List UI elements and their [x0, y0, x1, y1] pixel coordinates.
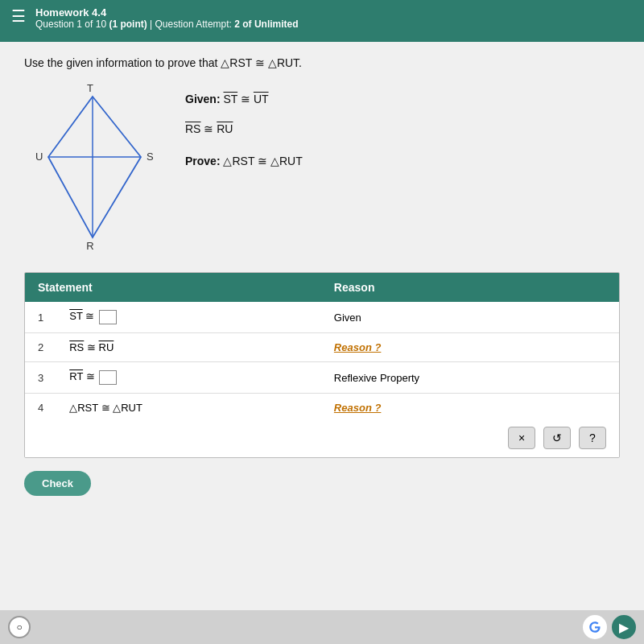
statement-header: Statement: [25, 273, 321, 302]
question-meta: Question 1 of 10 (1 point) | Question At…: [35, 19, 299, 30]
attempt-count: 2 of Unlimited: [234, 19, 298, 30]
check-button[interactable]: Check: [24, 471, 91, 496]
taskbar-circle-icon[interactable]: ○: [8, 616, 31, 638]
svg-text:T: T: [87, 82, 93, 94]
undo-button[interactable]: ↺: [543, 427, 571, 449]
reason-3: Reflexive Property: [321, 362, 619, 394]
table-row: 3 RT ≅ Reflexive Property: [25, 362, 619, 394]
row-num-1: 1: [25, 302, 56, 333]
help-button[interactable]: ?: [579, 427, 606, 449]
forward-arrow-icon[interactable]: ▶: [612, 615, 636, 639]
homework-title: Homework 4.4: [35, 6, 299, 19]
hamburger-icon[interactable]: ☰: [11, 8, 26, 24]
statement-1: ST ≅: [56, 302, 321, 333]
proof-table-container: Statement Reason 1 ST ≅ Given 2: [24, 272, 620, 458]
input-box-3[interactable]: [99, 370, 117, 385]
statement-2: RS ≅ RU: [56, 333, 321, 362]
kite-diagram: T S R U: [24, 80, 161, 258]
svg-marker-0: [48, 97, 141, 237]
point-value: (1 point): [109, 19, 147, 30]
diagram-given-row: T S R U Given: ST ≅ UT RS ≅ RU Prove: △R…: [24, 80, 620, 258]
proof-table: Statement Reason 1 ST ≅ Given 2: [25, 273, 619, 422]
svg-text:U: U: [35, 151, 43, 163]
row-num-3: 3: [25, 362, 56, 394]
taskbar: ○ ▶: [0, 610, 644, 644]
main-content: Use the given information to prove that …: [0, 42, 644, 610]
row-num-2: 2: [25, 333, 56, 362]
question-count: Question 1 of 10: [35, 19, 109, 30]
reason-link-4[interactable]: Reason ?: [334, 402, 382, 414]
statement-3: RT ≅: [56, 362, 321, 394]
taskbar-right: ▶: [583, 615, 636, 639]
google-icon[interactable]: [583, 615, 607, 639]
row-num-4: 4: [25, 394, 56, 423]
given-line2: RS ≅ RU: [185, 118, 303, 140]
table-row: 2 RS ≅ RU Reason ?: [25, 333, 619, 362]
input-box-1[interactable]: [99, 310, 117, 324]
clear-button[interactable]: ×: [508, 427, 535, 449]
table-row: 1 ST ≅ Given: [25, 302, 619, 333]
reason-link-2[interactable]: Reason ?: [334, 341, 382, 353]
top-bar: ☰ Homework 4.4 Question 1 of 10 (1 point…: [0, 0, 644, 42]
given-line1: Given: ST ≅ UT: [185, 89, 303, 110]
question-text: Use the given information to prove that …: [24, 56, 620, 69]
given-prove: Given: ST ≅ UT RS ≅ RU Prove: △RST ≅ △RU…: [185, 80, 303, 172]
reason-header: Reason: [321, 273, 619, 302]
action-buttons-row: × ↺ ?: [25, 422, 619, 457]
separator: | Question Attempt:: [147, 19, 235, 30]
prove-line: Prove: △RST ≅ △RUT: [185, 151, 303, 172]
reason-1: Given: [321, 302, 619, 333]
table-header-row: Statement Reason: [25, 273, 619, 302]
reason-2[interactable]: Reason ?: [321, 333, 619, 362]
top-bar-text: Homework 4.4 Question 1 of 10 (1 point) …: [35, 6, 299, 30]
statement-4: △RST ≅ △RUT: [56, 394, 321, 423]
table-row: 4 △RST ≅ △RUT Reason ?: [25, 394, 619, 423]
svg-text:R: R: [86, 240, 93, 252]
reason-4[interactable]: Reason ?: [321, 394, 619, 423]
svg-text:S: S: [147, 151, 154, 163]
